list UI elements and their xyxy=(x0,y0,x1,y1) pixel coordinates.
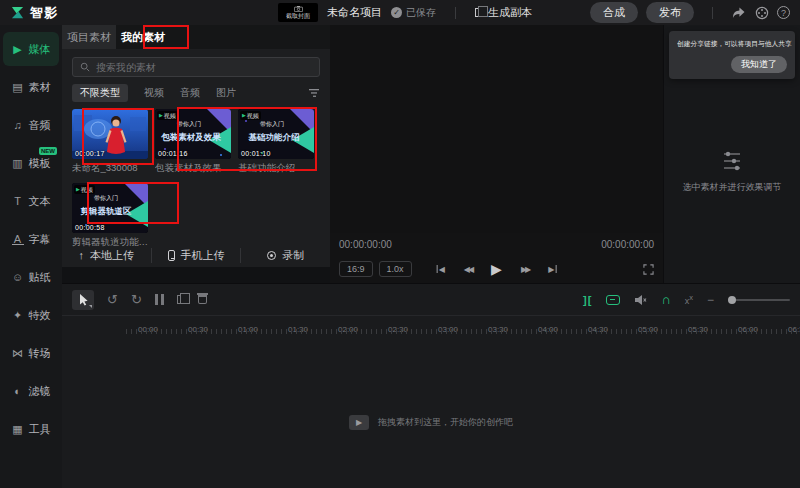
timeline-ruler[interactable]: 00:0000:3001:0001:3002:0002:3003:0003:30… xyxy=(62,316,800,336)
upload-bar: ↑ 本地上传 手机上传 录制 xyxy=(62,243,330,267)
share-icon[interactable] xyxy=(731,5,746,20)
got-it-button[interactable]: 我知道了 xyxy=(731,56,787,73)
capture-cover-button[interactable]: 截取封面 xyxy=(278,3,318,22)
clip-icon: ▶ xyxy=(349,415,369,430)
transport-controls: ◀ ◀◀ ▶ ▶▶ ▶ xyxy=(436,261,557,277)
split-view-icon[interactable] xyxy=(155,294,164,305)
video-type-badge: ▶ 视频 xyxy=(240,111,261,120)
sparkle-icon: ✦ xyxy=(12,309,24,322)
speed-button[interactable]: 1.0x xyxy=(379,261,412,277)
logo-icon xyxy=(10,5,25,20)
media-item-1[interactable]: 00:00:17 未命名_330008 xyxy=(72,109,148,175)
upload-icon: ↑ xyxy=(79,249,85,261)
preview-panel: 00:00:00:00 00:00:00:00 16:9 1.0x ◀ ◀◀ ▶… xyxy=(330,25,663,283)
sidebar-item-audio[interactable]: ♫ 音频 xyxy=(3,108,59,142)
divider xyxy=(455,7,456,19)
sidebar-item-text[interactable]: T 文本 xyxy=(3,184,59,218)
help-icon[interactable]: ? xyxy=(777,6,790,19)
sidebar-item-effects[interactable]: ✦ 特效 xyxy=(3,298,59,332)
filter-all[interactable]: 不限类型 xyxy=(72,84,128,102)
video-type-badge: ▶ 视频 xyxy=(74,185,95,194)
sticker-icon: ☺ xyxy=(12,271,24,283)
zoom-slider-knob[interactable] xyxy=(728,296,736,304)
top-bar-actions: 合成 发布 ? xyxy=(590,2,790,23)
timecode-bar: 00:00:00:00 00:00:00:00 xyxy=(330,239,663,250)
play-button[interactable]: ▶ xyxy=(491,261,502,277)
duration-badge: 00:01:16 xyxy=(158,150,188,157)
timeline-toolbar-right: ][ ∩ xx − xyxy=(583,292,790,307)
sidebar-item-material[interactable]: ▤ 素材 xyxy=(3,70,59,104)
fast-forward-button[interactable]: ▶▶ xyxy=(521,265,529,274)
search-input[interactable] xyxy=(96,62,312,73)
media-item-name: 基础功能介绍.mp4 xyxy=(238,162,314,175)
sidebar-item-tools[interactable]: ▦ 工具 xyxy=(3,412,59,446)
divider xyxy=(712,7,713,19)
compose-button[interactable]: 合成 xyxy=(590,2,638,23)
aspect-ratio-button[interactable]: 16:9 xyxy=(339,261,373,277)
undo-icon[interactable]: ↺ xyxy=(107,293,118,306)
duplicate-button[interactable]: 生成副本 xyxy=(475,5,532,20)
app-window: 智影 截取封面 未命名项目 ✓ 已保存 生成副本 xyxy=(0,0,800,488)
media-item-4[interactable]: 带你入门 剪辑器轨道区 ▶ 视频 00:00:58 剪辑器轨道功能.mp4 xyxy=(72,183,148,249)
layers-icon: ▤ xyxy=(12,81,24,94)
project-name[interactable]: 未命名项目 xyxy=(327,5,382,20)
effects-empty-state: 选中素材并进行效果调节 xyxy=(664,150,800,194)
filter-video[interactable]: 视频 xyxy=(144,86,164,100)
filter-image[interactable]: 图片 xyxy=(216,86,236,100)
sidebar-item-media[interactable]: ▶ 媒体 xyxy=(3,32,59,66)
search-box[interactable] xyxy=(72,57,320,77)
sidebar-item-template[interactable]: ▥ 模板 NEW xyxy=(3,146,59,180)
current-timecode: 00:00:00:00 xyxy=(339,239,392,250)
player-controls: 16:9 1.0x ◀ ◀◀ ▶ ▶▶ ▶ xyxy=(330,257,663,281)
sidebar-item-transition[interactable]: ⋈ 转场 xyxy=(3,336,59,370)
rewind-button[interactable]: ◀◀ xyxy=(464,265,472,274)
app-logo[interactable]: 智影 xyxy=(10,4,58,22)
transition-icon: ⋈ xyxy=(12,347,24,360)
media-grid: 00:00:17 未命名_330008 带你入门 包装素材及效果 xyxy=(72,109,320,249)
play-icon: ▶ xyxy=(242,113,246,118)
skip-end-button[interactable]: ▶ xyxy=(548,265,557,274)
copy-clip-icon[interactable] xyxy=(177,295,185,304)
check-icon: ✓ xyxy=(391,7,402,18)
cut-clip-icon[interactable]: ][ xyxy=(583,294,592,306)
new-badge: NEW xyxy=(39,147,57,155)
total-timecode: 00:00:00:00 xyxy=(601,239,654,250)
filter-audio[interactable]: 音频 xyxy=(180,86,200,100)
timeline-panel: ↺ ↻ ][ ∩ xx − xyxy=(62,283,800,488)
media-item-2[interactable]: 带你入门 包装素材及效果 ▶ 视频 00:01:16 包装素材及效果.mp4 xyxy=(155,109,231,175)
snap-magnet-icon[interactable]: ∩ xyxy=(661,292,670,307)
tab-my-materials[interactable]: 我的素材 xyxy=(116,25,170,49)
timeline-zoom-slider[interactable] xyxy=(728,299,790,301)
sidebar-item-filter[interactable]: ◐ 滤镜 xyxy=(3,374,59,408)
mute-icon[interactable] xyxy=(634,294,647,306)
keyframe-icon[interactable] xyxy=(606,295,620,305)
timeline-tracks[interactable]: ▶ 拖拽素材到这里，开始你的创作吧 xyxy=(62,336,800,488)
local-upload-button[interactable]: ↑ 本地上传 xyxy=(62,248,151,263)
link-toggle-icon[interactable]: xx xyxy=(685,293,693,306)
media-thumb-tutorial: 带你入门 剪辑器轨道区 ▶ 视频 00:00:58 xyxy=(72,183,148,233)
svg-text:基础功能介绍: 基础功能介绍 xyxy=(248,132,301,142)
sidebar-item-sticker[interactable]: ☺ 贴纸 xyxy=(3,260,59,294)
delete-icon[interactable] xyxy=(198,295,207,304)
ruler-ticks xyxy=(126,329,800,334)
media-item-3[interactable]: 带你入门 基础功能介绍 ▶ 视频 00:01:10 基础功能介绍.mp4 xyxy=(238,109,314,175)
fullscreen-icon[interactable] xyxy=(643,264,654,275)
media-thumb-tutorial: 带你入门 基础功能介绍 ▶ 视频 00:01:10 xyxy=(238,109,314,159)
media-thumb-tutorial: 带你入门 包装素材及效果 ▶ 视频 00:01:16 xyxy=(155,109,231,159)
select-tool-button[interactable] xyxy=(72,290,94,310)
timeline-empty-state: ▶ 拖拽素材到这里，开始你的创作吧 xyxy=(349,415,513,430)
publish-button[interactable]: 发布 xyxy=(646,2,694,23)
phone-upload-button[interactable]: 手机上传 xyxy=(151,248,241,263)
video-viewport[interactable] xyxy=(330,25,663,233)
save-status: ✓ 已保存 xyxy=(391,6,436,20)
tab-project-materials[interactable]: 项目素材 xyxy=(62,25,116,49)
record-button[interactable]: 录制 xyxy=(240,248,330,263)
zoom-out-icon[interactable]: − xyxy=(707,293,714,307)
sidebar-item-subtitle[interactable]: A 字幕 xyxy=(3,222,59,256)
sort-funnel-icon[interactable] xyxy=(309,88,320,98)
film-reel-icon[interactable] xyxy=(754,5,769,20)
sliders-icon xyxy=(720,150,744,172)
camera-icon xyxy=(294,6,303,12)
redo-icon[interactable]: ↻ xyxy=(131,293,142,306)
skip-start-button[interactable]: ◀ xyxy=(436,265,445,274)
